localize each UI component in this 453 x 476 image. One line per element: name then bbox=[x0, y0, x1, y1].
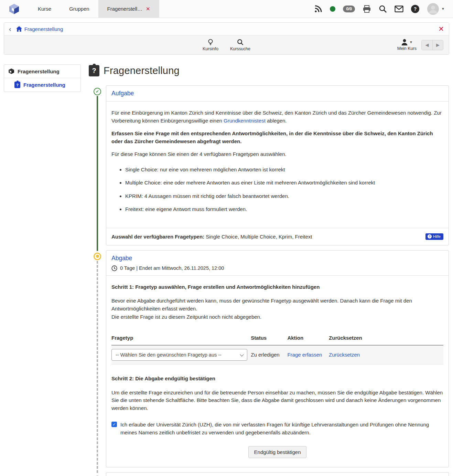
user-menu[interactable]: ▼ bbox=[427, 3, 445, 15]
endgueltig-bestaetigen-button[interactable]: Endgültig bestätigen bbox=[248, 446, 307, 458]
hilfe-button[interactable]: ? Hilfe bbox=[425, 233, 443, 240]
timeline-segment bbox=[97, 261, 98, 473]
grundkenntnistest-link[interactable]: Grundkenntnistest bbox=[224, 118, 266, 124]
step-abgabe: Abgabe 0 Tage | Endet am Mittwoch, 26.11… bbox=[89, 250, 449, 468]
aufgabe-types-intro: Für diese Frage können Sie einen der 4 v… bbox=[111, 150, 443, 158]
deadline-text: 0 Tage | Endet am Mittwoch, 26.11.2025, … bbox=[120, 265, 224, 271]
schritt2-title: Schritt 2: Die Abgabe endgültig bestätig… bbox=[111, 375, 443, 383]
breadcrumb: ‹ Fragenerstellung ✕ bbox=[4, 23, 449, 35]
sidebar-item-label: Fragenerstellung bbox=[18, 68, 60, 74]
clock-icon bbox=[111, 265, 117, 271]
main-tabs: Kurse Gruppen Fragenerstell… ✕ bbox=[29, 0, 159, 18]
frage-erfassen-link[interactable]: Frage erfassen bbox=[287, 352, 322, 358]
consent-label[interactable]: Ich erlaube der Universität Zürich (UZH)… bbox=[120, 421, 437, 436]
tab-gruppen-label: Gruppen bbox=[69, 6, 89, 12]
step-aufgabe: ✔ Aufgabe Für eine Einbürgerung im Kanto… bbox=[89, 85, 449, 245]
cube-icon bbox=[8, 68, 14, 74]
column-header-status: Status bbox=[251, 331, 287, 346]
sidebar-item-fragenerstellung[interactable]: ? Fragenerstellung bbox=[4, 78, 80, 92]
chat-counter-badge[interactable]: 0/0 bbox=[343, 6, 355, 12]
list-item: Multiple Choice: eine oder mehrere Antwo… bbox=[125, 179, 443, 187]
kurssuche-label: Kurssuche bbox=[230, 46, 250, 51]
task-clipboard-icon: ? bbox=[14, 82, 20, 88]
list-item: Freitext: eine eigene Antwort muss formu… bbox=[125, 205, 443, 213]
top-navbar: Kurse Gruppen Fragenerstell… ✕ 0/0 ? bbox=[0, 0, 453, 18]
tab-gruppen[interactable]: Gruppen bbox=[60, 0, 98, 18]
kurssuche-button[interactable]: Kurssuche bbox=[230, 39, 250, 51]
search-icon bbox=[237, 39, 244, 45]
sidebar-item-course-root[interactable]: Fragenerstellung bbox=[4, 65, 80, 78]
abgabe-title[interactable]: Abgabe bbox=[111, 255, 132, 262]
peer-review-panel: Peer Review bbox=[106, 472, 449, 476]
aufgabe-title[interactable]: Aufgabe bbox=[111, 90, 134, 97]
aufgabe-panel: Aufgabe Für eine Einbürgerung im Kanton … bbox=[106, 85, 449, 245]
fragetyp-list: Single Choice: nur eine von mehreren mög… bbox=[125, 166, 443, 213]
back-chevron-icon[interactable]: ‹ bbox=[9, 25, 11, 32]
fragetyp-select[interactable]: -- Wählen Sie den gewünschten Fragetyp a… bbox=[111, 349, 247, 361]
list-item: Single Choice: nur eine von mehreren mög… bbox=[125, 166, 443, 174]
column-header-zuruecksetzen: Zurücksetzen bbox=[329, 331, 443, 346]
breadcrumb-course[interactable]: Fragenerstellung bbox=[16, 26, 63, 32]
column-header-aktion: Aktion bbox=[287, 331, 329, 346]
status-cell: Zu erledigen bbox=[251, 345, 287, 364]
question-icon: ? bbox=[428, 234, 432, 239]
close-icon[interactable]: ✕ bbox=[438, 25, 444, 33]
olat-cube-logo-icon bbox=[8, 3, 20, 15]
avatar bbox=[427, 3, 439, 15]
abgabe-panel: Abgabe 0 Tage | Endet am Mittwoch, 26.11… bbox=[106, 250, 449, 468]
list-item: KPRIM: 4 Aussagen müssen mit richtig ode… bbox=[125, 192, 443, 200]
sidebar-item-label: Fragenerstellung bbox=[23, 82, 65, 88]
consent-checkbox[interactable]: ✓ bbox=[111, 422, 117, 427]
schritt1-text: Bevor eine Abgabe durchgeführt werden ka… bbox=[111, 297, 443, 313]
search-icon[interactable] bbox=[379, 5, 387, 13]
fragetypen-value: Single Choice, Multiple Choice, Kprim, F… bbox=[204, 234, 312, 240]
schritt1-text2: Die erstellte Frage ist zu diesem Zeitpu… bbox=[111, 313, 443, 321]
table-row: -- Wählen Sie den gewünschten Fragetyp a… bbox=[111, 345, 443, 364]
page-title: Fragenerstellung bbox=[104, 65, 180, 76]
course-run-area: ? Fragenerstellung ✔ Aufgabe Für eine Ei… bbox=[89, 64, 449, 476]
fragetypen-label: Auswahl der verfügbaren Fragetypen: bbox=[111, 234, 204, 240]
tab-close-icon[interactable]: ✕ bbox=[146, 6, 150, 12]
print-icon[interactable] bbox=[363, 5, 371, 13]
app-logo[interactable] bbox=[0, 0, 29, 18]
tab-kurse-label: Kurse bbox=[38, 6, 51, 12]
home-icon bbox=[16, 26, 22, 32]
schritt2-text: Um die erstellte Frage einzureichen und … bbox=[111, 389, 443, 412]
breadcrumb-label: Fragenerstellung bbox=[24, 26, 63, 32]
hilfe-label: Hilfe bbox=[433, 234, 441, 239]
column-header-fragetyp: Fragetyp bbox=[111, 331, 251, 346]
tab-fragenerstellung-label: Fragenerstell… bbox=[107, 6, 143, 12]
schritt1-title: Schritt 1: Fragetyp auswählen, Frage ers… bbox=[111, 283, 443, 291]
kursinfo-label: Kursinfo bbox=[203, 46, 218, 51]
chevron-down-icon: ▼ bbox=[441, 7, 445, 11]
step-active-icon bbox=[94, 253, 101, 260]
help-icon[interactable]: ? bbox=[411, 5, 419, 13]
online-status-dot bbox=[330, 6, 335, 12]
lightbulb-icon bbox=[207, 39, 214, 45]
zuruecksetzen-link[interactable]: Zurücksetzen bbox=[329, 352, 360, 358]
aufgabe-intro: Für eine Einbürgerung im Kanton Zürich s… bbox=[111, 109, 443, 125]
tab-kurse[interactable]: Kurse bbox=[29, 0, 60, 18]
mail-icon[interactable] bbox=[395, 6, 403, 12]
step-done-icon: ✔ bbox=[94, 88, 101, 95]
task-clipboard-icon: ? bbox=[89, 65, 99, 76]
course-header: ‹ Fragenerstellung ✕ Kursinfo bbox=[4, 22, 449, 55]
fragetyp-table: Fragetyp Status Aktion Zurücksetzen bbox=[111, 331, 443, 365]
course-menu: Fragenerstellung ? Fragenerstellung bbox=[4, 64, 81, 476]
step-peer-review: Peer Review bbox=[89, 472, 449, 476]
timeline-segment bbox=[97, 96, 98, 251]
course-toolbar: Kursinfo Kurssuche ▼ Mein Kurs bbox=[4, 35, 449, 54]
aufgabe-instruction: Erfassen Sie eine Frage mit den entsprec… bbox=[111, 130, 443, 145]
kursinfo-button[interactable]: Kursinfo bbox=[203, 39, 218, 51]
tab-fragenerstellung[interactable]: Fragenerstell… ✕ bbox=[98, 0, 159, 18]
intro-text-end: ablegen. bbox=[266, 118, 287, 124]
rss-feed-icon[interactable] bbox=[314, 5, 322, 13]
